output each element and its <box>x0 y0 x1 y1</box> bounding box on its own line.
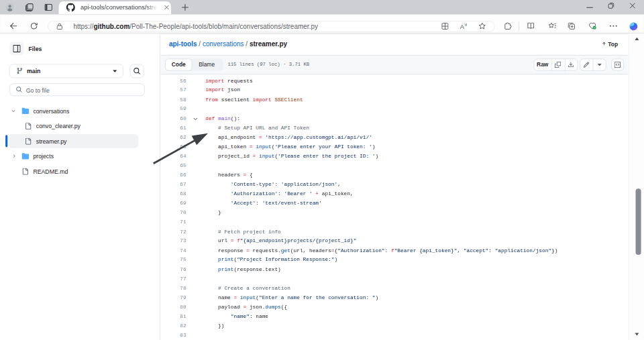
svg-text:A: A <box>460 23 465 30</box>
